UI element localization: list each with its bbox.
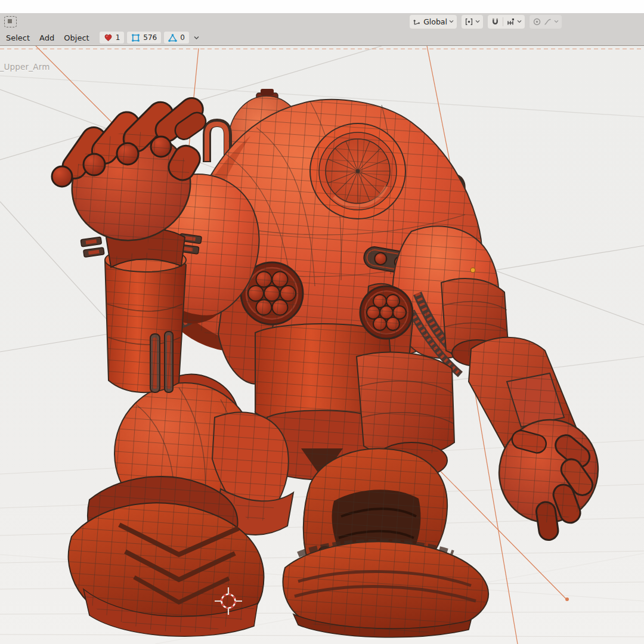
- heart-icon: [104, 33, 113, 42]
- menu-select[interactable]: Select: [1, 32, 35, 44]
- snap-increment-icon: [506, 17, 515, 26]
- stat-tris[interactable]: 0: [164, 32, 189, 44]
- chevron-down-icon: [475, 20, 480, 23]
- select-box-tool-button[interactable]: [3, 15, 17, 28]
- stat-tris-value: 0: [180, 33, 185, 42]
- select-box-icon: [4, 16, 17, 27]
- proportional-circle-icon: [532, 17, 541, 26]
- header-collapse-menu[interactable]: [194, 36, 199, 40]
- chevron-down-icon: [517, 20, 522, 23]
- stat-quads-value: 576: [143, 33, 157, 42]
- orientation-label: Global: [423, 17, 447, 26]
- transform-controls: Global: [410, 15, 562, 29]
- relationship-endpoint-dot: [565, 597, 569, 601]
- chevron-down-icon: [554, 20, 559, 23]
- chevron-down-icon: [449, 20, 454, 23]
- pivot-point-icon: [465, 17, 473, 26]
- viewport-header: Global: [0, 13, 644, 46]
- menu-object[interactable]: Object: [59, 32, 94, 44]
- stat-quads[interactable]: 576: [127, 32, 161, 44]
- active-object-label: t_Upper_Arm: [0, 62, 50, 72]
- object-origin-dot: [470, 268, 475, 273]
- proportional-editing-controls[interactable]: [530, 15, 562, 29]
- quad-mesh-icon: [131, 33, 140, 42]
- stat-hearts-value: 1: [116, 33, 120, 42]
- tool-row: Global: [0, 13, 644, 30]
- pivot-point-dropdown[interactable]: [462, 15, 483, 29]
- snap-controls[interactable]: [488, 15, 525, 29]
- menu-add[interactable]: Add: [35, 32, 59, 44]
- axes-icon: [413, 17, 422, 26]
- scene-stats: 1 576 0: [100, 32, 189, 44]
- triangle-mesh-icon: [168, 33, 177, 42]
- orientation-dropdown[interactable]: Global: [410, 15, 457, 29]
- magnet-icon: [491, 17, 500, 26]
- top-margin: [0, 0, 644, 13]
- falloff-curve-icon: [543, 17, 552, 26]
- menu-row: Select Add Object 1 576: [0, 30, 644, 45]
- menus: Select Add Object: [0, 32, 94, 44]
- scene-canvas: [0, 46, 644, 644]
- viewport-3d[interactable]: t_Upper_Arm: [0, 46, 644, 644]
- blender-window: { "toolbar": { "active_tool": "select-bo…: [0, 0, 644, 644]
- chevron-down-icon: [194, 36, 199, 40]
- stat-hearts[interactable]: 1: [100, 32, 125, 44]
